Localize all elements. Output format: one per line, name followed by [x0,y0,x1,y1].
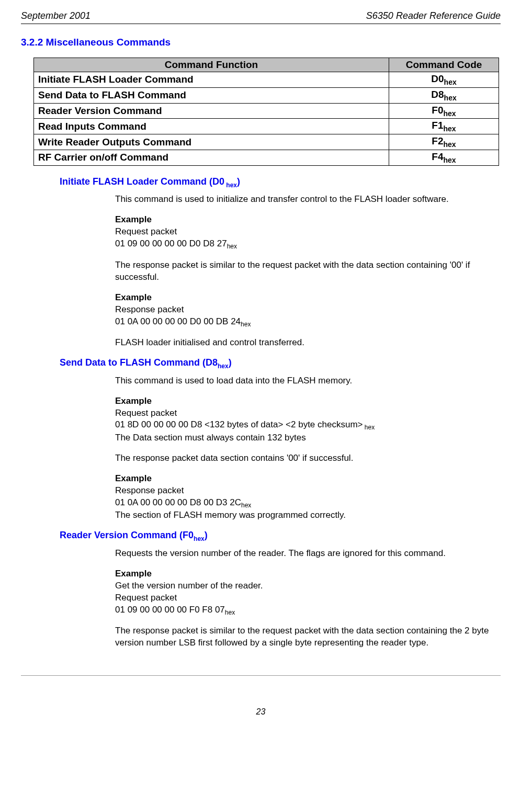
cell-func: Initiate FLASH Loader Command [34,72,389,88]
page-header: September 2001 S6350 Reader Reference Gu… [21,10,501,21]
table-row: Send Data to FLASH Command D8hex [34,87,499,103]
example-label: Example [115,569,152,579]
subheading-initiate: Initiate FLASH Loader Command (D0 hex) [60,176,501,189]
table-row: RF Carrier on/off Command F4hex [34,150,499,165]
body-text: The response packet is similar to the re… [115,259,501,284]
table-row: Write Reader Outputs Command F2hex [34,134,499,150]
th-function: Command Function [34,58,389,72]
body-text: This command is used to load data into t… [115,375,501,387]
table-row: Reader Version Command F0hex [34,103,499,119]
example-label: Example [115,473,152,483]
example-line: 01 09 00 00 00 00 F0 F8 07 [115,605,225,615]
cell-code: D0hex [389,72,499,88]
section-heading: 3.2.2 Miscellaneous Commands [21,37,501,48]
body-text: Example Request packet 01 09 00 00 00 00… [115,214,501,251]
body-text: The response packet is similar to the re… [115,625,501,649]
page-number: 23 [21,707,501,717]
cell-code: F0hex [389,103,499,119]
cell-code: F2hex [389,134,499,150]
cell-func: Write Reader Outputs Command [34,134,389,150]
table-row: Read Inputs Command F1hex [34,119,499,134]
subheading-senddata: Send Data to FLASH Command (D8hex) [60,357,501,370]
example-line: 01 09 00 00 00 00 D0 D8 27 [115,239,227,248]
example-line: 01 8D 00 00 00 00 D8 <132 bytes of data>… [115,419,363,429]
body-text: The response packet data section contain… [115,452,501,464]
example-line: Request packet [115,408,177,418]
example-line: 01 0A 00 00 00 00 D8 00 D3 2C [115,497,241,507]
header-rule [21,24,501,24]
body-text: Requests the version number of the reade… [115,548,501,560]
cell-func: Reader Version Command [34,103,389,119]
example-label: Example [115,292,152,302]
table-header-row: Command Function Command Code [34,58,499,72]
example-line: Request packet [115,226,177,236]
example-line: Request packet [115,593,177,603]
header-left: September 2001 [21,10,90,21]
example-line: The section of FLASH memory was programm… [115,510,346,520]
table-row: Initiate FLASH Loader Command D0hex [34,72,499,88]
example-line: Get the version number of the reader. [115,581,263,591]
subheading-reader: Reader Version Command (F0hex) [60,530,501,542]
cell-code: D8hex [389,87,499,103]
body-text: This command is used to initialize and t… [115,194,501,206]
example-line: Response packet [115,485,184,495]
body-text: Example Response packet 01 0A 00 00 00 0… [115,473,501,521]
example-label: Example [115,214,152,224]
th-code: Command Code [389,58,499,72]
body-text: Example Response packet 01 0A 00 00 00 0… [115,292,501,328]
body-text: FLASH loader initialised and control tra… [115,337,501,349]
body-text: Example Request packet 01 8D 00 00 00 00… [115,395,501,444]
footer-rule [21,675,501,676]
commands-table: Command Function Command Code Initiate F… [33,58,499,166]
example-line: 01 0A 00 00 00 00 D0 00 DB 24 [115,316,241,326]
example-line: The Data section must always contain 132… [115,433,306,443]
cell-code: F1hex [389,119,499,134]
cell-func: Send Data to FLASH Command [34,87,389,103]
body-text: Example Get the version number of the re… [115,568,501,617]
example-label: Example [115,396,152,406]
cell-code: F4hex [389,150,499,165]
example-line: Response packet [115,304,184,314]
header-right: S6350 Reader Reference Guide [366,10,501,21]
cell-func: Read Inputs Command [34,119,389,134]
cell-func: RF Carrier on/off Command [34,150,389,165]
